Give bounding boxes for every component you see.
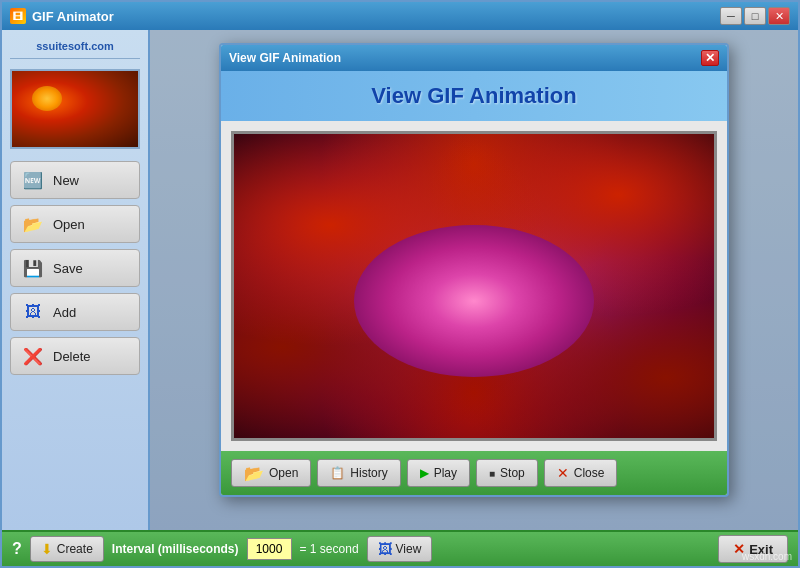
brand-label: ssuitesoft.com (10, 38, 140, 59)
modal-close-label: Close (574, 466, 605, 480)
close-window-button[interactable]: ✕ (768, 7, 790, 25)
modal-open-icon: 📂 (244, 464, 264, 483)
modal-close-x-icon: ✕ (557, 465, 569, 481)
modal-stop-label: Stop (500, 466, 525, 480)
interval-input[interactable] (247, 538, 292, 560)
modal-play-button[interactable]: ▶ Play (407, 459, 470, 487)
interval-eq: = 1 second (300, 542, 359, 556)
modal-header-title: View GIF Animation (233, 83, 715, 109)
add-icon: 🖼 (21, 300, 45, 324)
delete-icon: ❌ (21, 344, 45, 368)
new-label: New (53, 173, 79, 188)
bottom-toolbar: ? ⬇ Create Interval (milliseconds) = 1 s… (2, 530, 798, 566)
interval-label: Interval (milliseconds) (112, 542, 239, 556)
modal-play-label: Play (434, 466, 457, 480)
view-label: View (396, 542, 422, 556)
save-icon: 💾 (21, 256, 45, 280)
thumbnail-image (12, 71, 138, 147)
open-icon: 📂 (21, 212, 45, 236)
delete-button[interactable]: ❌ Delete (10, 337, 140, 375)
modal-footer: 📂 Open 📋 History ▶ Play ■ (221, 451, 727, 495)
modal-stop-button[interactable]: ■ Stop (476, 459, 538, 487)
view-icon: 🖼 (378, 541, 392, 557)
modal-header: View GIF Animation (221, 71, 727, 121)
modal-titlebar-text: View GIF Animation (229, 51, 341, 65)
modal-stop-icon: ■ (489, 468, 495, 479)
thumbnail-box (10, 69, 140, 149)
modal-overlay: View GIF Animation ✕ View GIF Animation (150, 30, 798, 530)
save-button[interactable]: 💾 Save (10, 249, 140, 287)
maximize-button[interactable]: □ (744, 7, 766, 25)
create-label: Create (57, 542, 93, 556)
sidebar: ssuitesoft.com 🆕 New 📂 Open 💾 Save 🖼 Add (2, 30, 150, 530)
modal-close-action-button[interactable]: ✕ Close (544, 459, 618, 487)
watermark: wsxdn.com (742, 551, 792, 562)
new-button[interactable]: 🆕 New (10, 161, 140, 199)
title-bar-controls: ─ □ ✕ (720, 7, 790, 25)
content-area: ssuitesoft.com 🆕 New 📂 Open 💾 Save 🖼 Add (2, 30, 798, 530)
open-button[interactable]: 📂 Open (10, 205, 140, 243)
main-window: 🎞 GIF Animator ─ □ ✕ ssuitesoft.com 🆕 Ne… (0, 0, 800, 568)
add-button[interactable]: 🖼 Add (10, 293, 140, 331)
modal-open-button[interactable]: 📂 Open (231, 459, 311, 487)
app-title: GIF Animator (32, 9, 114, 24)
open-label: Open (53, 217, 85, 232)
minimize-button[interactable]: ─ (720, 7, 742, 25)
title-bar-left: 🎞 GIF Animator (10, 8, 114, 24)
modal-titlebar: View GIF Animation ✕ (221, 45, 727, 71)
flower-image (234, 134, 714, 438)
modal-history-label: History (350, 466, 387, 480)
help-icon[interactable]: ? (12, 540, 22, 558)
add-label: Add (53, 305, 76, 320)
create-icon: ⬇ (41, 541, 53, 557)
modal-history-icon: 📋 (330, 466, 345, 480)
modal-history-button[interactable]: 📋 History (317, 459, 400, 487)
view-button[interactable]: 🖼 View (367, 536, 433, 562)
create-button[interactable]: ⬇ Create (30, 536, 104, 562)
modal-body (221, 121, 727, 451)
modal-play-icon: ▶ (420, 466, 429, 480)
app-icon: 🎞 (10, 8, 26, 24)
save-label: Save (53, 261, 83, 276)
gif-display (231, 131, 717, 441)
modal-close-button[interactable]: ✕ (701, 50, 719, 66)
gif-animation-modal: View GIF Animation ✕ View GIF Animation (219, 43, 729, 497)
new-icon: 🆕 (21, 168, 45, 192)
main-content: View GIF Animation ✕ View GIF Animation (150, 30, 798, 530)
title-bar: 🎞 GIF Animator ─ □ ✕ (2, 2, 798, 30)
delete-label: Delete (53, 349, 91, 364)
modal-open-label: Open (269, 466, 298, 480)
